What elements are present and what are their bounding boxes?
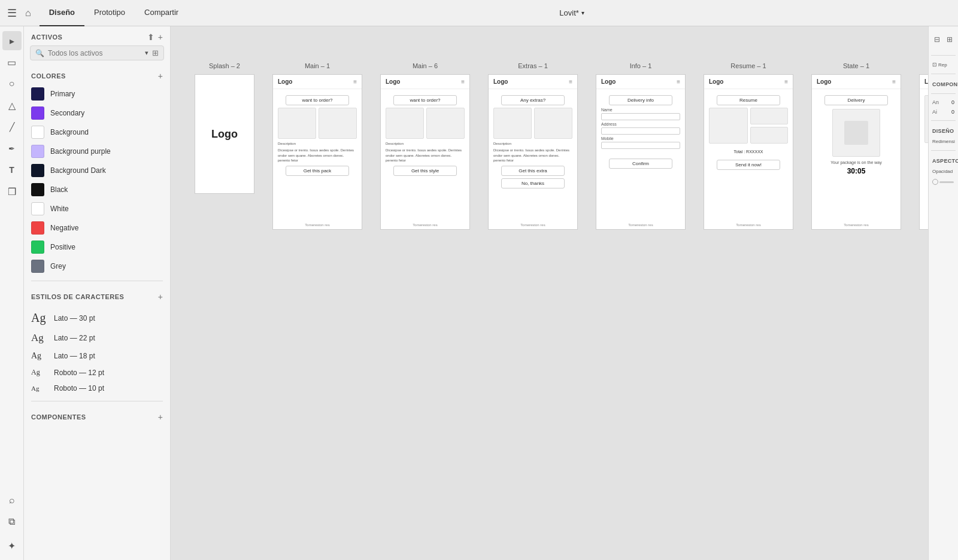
rectangle-tool[interactable]: ▭	[2, 53, 22, 72]
desc-body-main6: Dicesipse or trento. Issus aedes spole. …	[386, 148, 465, 163]
color-primary[interactable]: Primary	[29, 84, 165, 104]
project-name[interactable]: Lovit* ▾	[559, 8, 584, 17]
pen-tool[interactable]: ✒	[2, 139, 22, 158]
color-background-label: Background	[50, 128, 89, 136]
typo-roboto-12[interactable]: Ag Roboto — 12 pt	[29, 364, 165, 381]
typo-lato-30[interactable]: Ag Lato — 30 pt	[29, 308, 165, 328]
home-icon[interactable]: ⌂	[25, 8, 31, 19]
no-thanks-btn-extras1[interactable]: No, thanks	[501, 178, 565, 188]
success-text-delivered1: Your package has been succefully deliver…	[924, 145, 928, 166]
mobile-content-delivered1: Your package has been succefully deliver…	[920, 89, 928, 184]
color-black-swatch	[31, 183, 44, 196]
color-white[interactable]: White	[29, 199, 165, 218]
topbar: ☰ ⌂ Diseño Prototipo Compartir Lovit* ▾	[0, 0, 958, 26]
ellipse-tool[interactable]: ○	[2, 74, 22, 93]
mobile-btn-main6[interactable]: want to order?	[393, 95, 457, 105]
typo-ag-icon: Ag	[31, 311, 48, 325]
tab-diseno[interactable]: Diseño	[40, 0, 84, 26]
send-btn[interactable]: Send it now!	[717, 160, 780, 170]
desc-title-main1: Description	[278, 141, 357, 146]
tab-compartir[interactable]: Compartir	[135, 0, 188, 26]
text-tool[interactable]: T	[2, 160, 22, 179]
component-tool[interactable]: ❒	[2, 182, 22, 201]
resize-label: Redimensi	[931, 138, 956, 145]
frame-delivered-1: Delivered – 1 Logo ≡ Your package has be…	[919, 62, 928, 230]
resume-title-btn[interactable]: Resume	[717, 95, 780, 105]
footer-btn-main1[interactable]: Get this pack	[286, 166, 349, 176]
search-dropdown-icon[interactable]: ▾	[145, 49, 148, 57]
mobile-logo-delivered1: Logo	[924, 78, 928, 85]
design-section-title: DISEÑO	[931, 126, 956, 135]
color-positive[interactable]: Positive	[29, 238, 165, 257]
line-tool[interactable]: ╱	[2, 117, 22, 136]
color-secondary[interactable]: Secondary	[29, 104, 165, 123]
frame-main-1: Main – 1 Logo ≡ want to order? Descripti…	[272, 62, 362, 230]
rep-row: ⊡ Rep	[931, 60, 956, 69]
grid-view-icon[interactable]: ⊞	[152, 48, 159, 57]
frame-main-6-label: Main – 6	[413, 62, 438, 69]
frame-main-1-content[interactable]: Logo ≡ want to order? Description Dicesi…	[272, 74, 362, 230]
frame-main-6-content[interactable]: Logo ≡ want to order? Description Dicesi…	[380, 74, 470, 230]
tab-prototipo[interactable]: Prototipo	[84, 0, 135, 26]
typo-lato-18[interactable]: Ag Lato — 18 pt	[29, 348, 165, 364]
colors-list: Primary Secondary Background Background …	[24, 84, 170, 276]
color-black[interactable]: Black	[29, 180, 165, 199]
color-grey[interactable]: Grey	[29, 257, 165, 276]
footer-delivered1: Tomereston res	[920, 223, 928, 227]
opacity-slider[interactable]	[939, 181, 954, 183]
mobile-label-info1: Mobile	[601, 136, 680, 141]
color-primary-swatch	[31, 87, 44, 101]
frame-info-1-content[interactable]: Logo ≡ Delivery info Name Address Mobile…	[596, 74, 686, 230]
import-icon[interactable]: ⬆	[147, 32, 154, 42]
confirm-btn[interactable]: Confirm	[609, 159, 672, 169]
name-field[interactable]	[601, 113, 680, 120]
img-box-6	[534, 108, 572, 139]
left-panel: ACTIVOS ⬆ + 🔍 ▾ ⊞ Colores + Primary	[24, 26, 171, 560]
add-color-icon[interactable]: +	[158, 71, 163, 81]
color-background-purple[interactable]: Background purple	[29, 142, 165, 161]
color-negative[interactable]: Negative	[29, 218, 165, 238]
right-divider-5	[931, 150, 956, 151]
select-tool[interactable]: ▸	[2, 31, 22, 50]
search-tool[interactable]: ⌕	[2, 491, 22, 510]
frame-state-1-content[interactable]: Logo ≡ Delivery Your package is on the w…	[811, 74, 901, 230]
footer-btn-main6[interactable]: Get this style	[393, 166, 457, 176]
mobile-logo-resume1: Logo	[709, 78, 723, 85]
color-negative-label: Negative	[50, 224, 78, 232]
typo-roboto-10[interactable]: Ag Roboto — 10 pt	[29, 381, 165, 396]
mobile-menu-main1: ≡	[353, 78, 357, 85]
delivery-info-btn[interactable]: Delivery info	[609, 95, 672, 105]
right-icon-1[interactable]: ⊟	[931, 31, 943, 48]
footer-main6: Tomereston res	[381, 223, 469, 227]
mobile-btn-extras1[interactable]: Any extras?	[501, 95, 565, 105]
address-field[interactable]	[601, 127, 680, 135]
components-title: Componentes	[31, 413, 86, 421]
add-asset-icon[interactable]: +	[158, 32, 163, 42]
typo-lato-30-desc: Lato — 30 pt	[54, 314, 95, 322]
layers-tool[interactable]: ⧉	[2, 512, 22, 531]
delivery-btn-state1[interactable]: Delivery	[824, 95, 888, 105]
sep-1	[31, 281, 163, 281]
add-typo-icon[interactable]: +	[158, 292, 163, 302]
opacity-toggle[interactable]	[932, 179, 938, 185]
publish-tool[interactable]: ✦	[2, 536, 22, 555]
extra-btn-extras1[interactable]: Get this extra	[501, 166, 565, 176]
add-component-icon[interactable]: +	[158, 412, 163, 422]
frame-resume-1-content[interactable]: Logo ≡ Resume Total : RXXXXX Send it now…	[704, 74, 793, 230]
mobile-btn-main1[interactable]: want to order?	[286, 95, 349, 105]
canvas[interactable]: Splash – 2 Logo Main – 1 Logo ≡ want to …	[171, 26, 928, 560]
color-background[interactable]: Background	[29, 123, 165, 142]
frame-splash-2-content[interactable]: Logo	[195, 74, 254, 194]
frame-extras-1-content[interactable]: Logo ≡ Any extras? Description Dicesipse…	[488, 74, 578, 230]
frame-delivered-1-content[interactable]: Logo ≡ Your package has been succefully …	[919, 74, 928, 230]
color-background-dark[interactable]: Background Dark	[29, 161, 165, 180]
triangle-tool[interactable]: △	[2, 96, 22, 115]
menu-icon[interactable]: ☰	[7, 7, 17, 20]
search-input[interactable]	[48, 49, 141, 57]
right-icon-2[interactable]: ⊞	[944, 31, 956, 48]
colors-header: Colores +	[24, 65, 170, 84]
frame-splash-2-label: Splash – 2	[209, 62, 240, 69]
frame-resume-1-label: Resume – 1	[730, 62, 766, 69]
mobile-field[interactable]	[601, 142, 680, 149]
typo-lato-22[interactable]: Ag Lato — 22 pt	[29, 328, 165, 348]
